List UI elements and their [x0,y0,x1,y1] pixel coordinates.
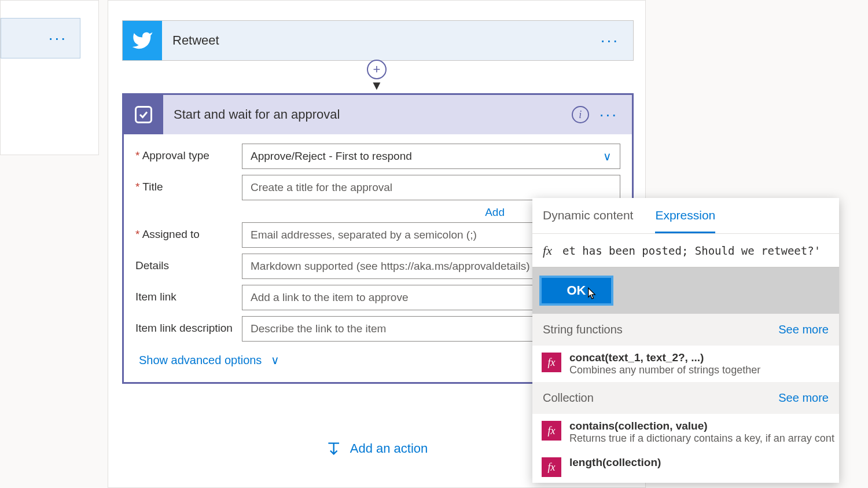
expression-panel: Dynamic content Expression fx et has bee… [532,198,839,483]
tab-dynamic-content[interactable]: Dynamic content [543,198,633,233]
approval-icon [124,95,163,134]
category-string-functions: String functions See more [532,314,839,346]
label-approval-type: Approval type [135,144,242,162]
see-more-link[interactable]: See more [778,391,829,405]
add-action-label: Add an action [350,441,428,456]
fn-desc: Returns true if a dictionary contains a … [569,432,834,445]
see-more-link[interactable]: See more [778,323,829,336]
label-assigned-to: Assigned to [135,222,242,241]
expression-input[interactable]: et has been posted; Should we retweet?' [562,244,839,257]
fn-name: length(collection) [569,456,661,469]
fn-name: concat(text_1, text_2?, ...) [569,351,760,364]
left-card-header[interactable]: ··· [1,18,80,58]
category-collection: Collection See more [532,382,839,414]
retweet-title: Retweet [162,33,601,48]
approval-title: Start and wait for an approval [163,107,572,122]
fx-badge-icon: fx [542,353,561,372]
fn-concat[interactable]: fx concat(text_1, text_2?, ...) Combines… [532,346,839,382]
retweet-header: Retweet ··· [123,21,633,60]
cursor-pointer-icon [583,285,599,303]
row-title: Title Create a title for the approval [135,175,620,200]
approval-header[interactable]: Start and wait for an approval i ··· [124,95,632,134]
label-item-link: Item link [135,285,242,303]
left-partial-card: ··· [0,0,99,155]
ok-row: OK [532,267,839,314]
fn-contains[interactable]: fx contains(collection, value) Returns t… [532,414,839,450]
insert-step-icon [326,441,342,457]
approval-type-dropdown[interactable]: Approve/Reject - First to respond ∨ [242,144,620,169]
chevron-down-icon: ∨ [603,149,612,163]
svg-rect-0 [136,107,152,123]
title-input[interactable]: Create a title for the approval [242,175,620,200]
fn-length[interactable]: fx length(collection) [532,450,839,483]
expression-input-row: fx et has been posted; Should we retweet… [532,234,839,267]
expression-tabs: Dynamic content Expression [532,198,839,234]
add-step-button[interactable]: + [367,60,387,79]
fx-badge-icon: fx [542,457,561,477]
approval-type-value: Approve/Reject - First to respond [251,150,412,163]
category-label: String functions [543,323,623,336]
row-approval-type: Approval type Approve/Reject - First to … [135,144,620,169]
twitter-icon [123,21,162,60]
show-advanced-label: Show advanced options [139,354,262,366]
fn-desc: Combines any number of strings together [569,364,760,376]
retweet-action-card[interactable]: Retweet ··· [122,20,634,61]
info-icon[interactable]: i [572,106,589,123]
fn-name: contains(collection, value) [569,420,834,432]
label-item-link-desc: Item link description [135,316,242,335]
arrow-down-icon: ▼ [370,78,383,93]
label-details: Details [135,254,242,272]
ok-button[interactable]: OK [539,276,613,306]
fx-icon: fx [532,243,562,258]
category-label: Collection [543,391,594,405]
flow-connector: + ▼ [367,60,387,93]
chevron-down-icon: ∨ [271,354,279,366]
add-action-button[interactable]: Add an action [326,441,428,457]
tab-expression[interactable]: Expression [655,198,715,233]
fx-badge-icon: fx [542,421,561,441]
label-title: Title [135,175,242,193]
